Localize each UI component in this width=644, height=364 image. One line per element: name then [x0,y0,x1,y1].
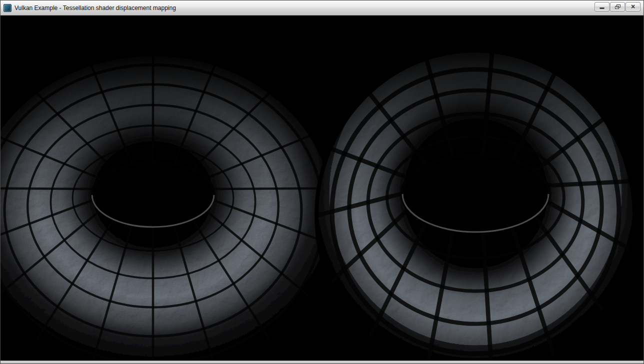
close-button[interactable]: × [626,2,640,12]
window-title: Vulkan Example - Tessellation shader dis… [14,4,176,12]
app-window: Vulkan Example - Tessellation shader dis… [0,0,644,364]
film-grain [0,16,644,360]
maximize-button[interactable] [610,2,625,12]
vulkan-render [0,16,644,360]
app-icon [4,4,12,12]
minimize-button[interactable] [594,2,610,12]
restore-icon [615,4,620,9]
window-frame-bottom [0,360,644,364]
render-viewport[interactable] [0,16,644,360]
minimize-icon [600,8,604,9]
window-controls: × [594,0,640,12]
titlebar[interactable]: Vulkan Example - Tessellation shader dis… [0,0,644,16]
close-icon: × [631,3,635,10]
